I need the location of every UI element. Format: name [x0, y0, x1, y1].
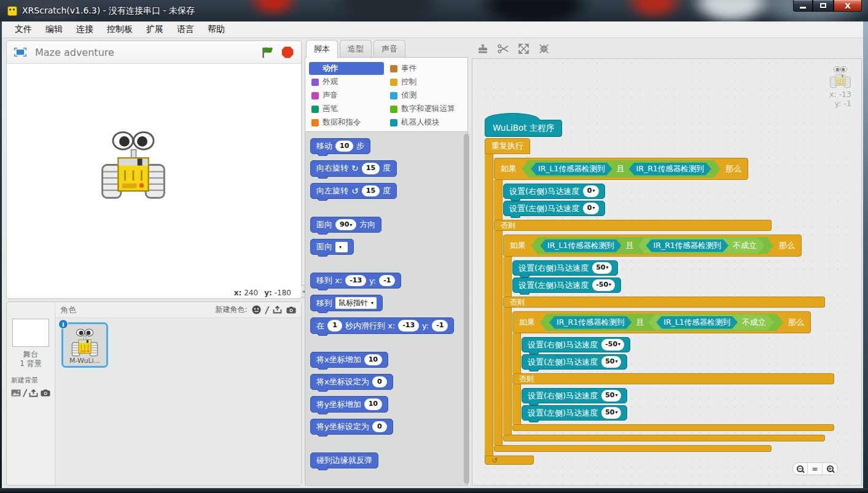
not-operator[interactable]: IR_R1传感器检测到 不成立: [638, 238, 765, 254]
category-sensing[interactable]: 侦测: [388, 89, 464, 102]
if-else-block-2[interactable]: 如果 IR_L1传感器检测到 且 IR_R1传感器检测到 不成立: [503, 235, 834, 441]
category-data[interactable]: 数据和指令: [309, 116, 384, 129]
if-header-2[interactable]: 如果 IR_L1传感器检测到 且 IR_R1传感器检测到 不成立: [503, 235, 802, 257]
block-change-x[interactable]: 将x坐标增加 10: [310, 352, 388, 368]
menu-language[interactable]: 语言: [170, 22, 201, 37]
if-header-3[interactable]: 如果 IR_R1传感器检测到 且 IR_L1传感器检测到 不成立: [512, 311, 811, 333]
tab-costumes[interactable]: 造型: [340, 40, 372, 57]
presentation-mode-icon[interactable]: [14, 46, 26, 58]
zoom-reset-button[interactable]: =: [808, 463, 823, 475]
block-goto-mouse[interactable]: 移到 鼠标指针▾: [310, 295, 383, 311]
upload-sprite-icon[interactable]: [273, 306, 282, 314]
menu-edit[interactable]: 编辑: [39, 22, 69, 37]
block-glide[interactable]: 在 1 秒内滑行到 x: -13 y: -1: [310, 317, 454, 333]
goto-target-dropdown[interactable]: 鼠标指针▾: [335, 297, 377, 309]
sprite-from-library-icon[interactable]: [252, 305, 261, 314]
block-point-towards[interactable]: 面向 ▾: [310, 239, 354, 255]
y-input[interactable]: -1: [379, 275, 395, 286]
delta-input[interactable]: 10: [364, 354, 382, 365]
block-point-direction[interactable]: 面向 90▾ 方向: [310, 217, 381, 233]
block-goto-xy[interactable]: 移到 x: -13 y: -1: [310, 273, 401, 289]
forever-header[interactable]: 重复执行: [485, 138, 530, 154]
tab-sounds[interactable]: 声音: [373, 40, 405, 57]
value-input[interactable]: 0: [372, 376, 387, 387]
sensor-reporter-r1[interactable]: IR_R1传感器检测到: [646, 239, 729, 252]
shrink-sprite-icon[interactable]: [538, 42, 550, 55]
paint-sprite-icon[interactable]: /: [264, 305, 269, 316]
paint-backdrop-icon[interactable]: /: [23, 387, 28, 398]
stage-sprite-robot[interactable]: [99, 128, 168, 204]
else-bar-2[interactable]: 否则: [503, 297, 825, 308]
x-input[interactable]: -13: [345, 275, 366, 286]
block-set-x[interactable]: 将x坐标设定为 0: [310, 374, 393, 390]
sensor-reporter-l1[interactable]: IR_L1传感器检测到: [540, 239, 622, 252]
sprite-card-wulibot[interactable]: i M-WuLi...: [61, 322, 108, 368]
not-operator[interactable]: IR_L1传感器检测到 不成立: [648, 314, 774, 330]
set-left-motor-block[interactable]: 设置(左侧)马达速度 50▾: [522, 405, 627, 421]
forever-block[interactable]: 重复执行 如果 IR_L1传感器检测到 且 IR_R1传感器检测到: [485, 138, 834, 465]
delta-input[interactable]: 10: [364, 398, 382, 410]
stage-thumbnail[interactable]: [12, 319, 49, 347]
seconds-input[interactable]: 1: [327, 320, 342, 331]
set-right-motor-block[interactable]: 设置(右侧)马达速度 50▾: [512, 260, 618, 276]
grow-sprite-icon[interactable]: [517, 42, 530, 55]
value-input[interactable]: 0: [372, 421, 387, 432]
if-else-block-3[interactable]: 如果 IR_R1传感器检测到 且 IR_L1传感器检测到 不成立: [512, 311, 834, 431]
set-left-motor-block[interactable]: 设置(左侧)马达速度 50▾: [522, 354, 627, 370]
speed-dropdown[interactable]: -50▾: [592, 279, 615, 290]
degrees-input[interactable]: 15: [362, 163, 380, 174]
camera-backdrop-icon[interactable]: [41, 389, 50, 397]
set-right-motor-block[interactable]: 设置(右侧)马达速度 0▾: [503, 184, 605, 199]
sensor-reporter-r1[interactable]: IR_R1传感器检测到: [549, 316, 631, 329]
menu-extensions[interactable]: 扩展: [139, 22, 170, 37]
stop-button[interactable]: [281, 46, 294, 58]
menu-connect[interactable]: 连接: [69, 22, 100, 37]
category-operators[interactable]: 数字和逻辑运算: [388, 103, 464, 115]
block-set-y[interactable]: 将y坐标设定为 0: [310, 419, 393, 435]
block-turn-left[interactable]: 向左旋转 ↺ 15 度: [310, 183, 397, 199]
block-turn-right[interactable]: 向右旋转 ↻ 15 度: [310, 160, 397, 176]
category-control[interactable]: 控制: [388, 76, 464, 88]
direction-dropdown[interactable]: 90▾: [335, 219, 356, 230]
zoom-out-button[interactable]: −: [793, 463, 808, 475]
set-right-motor-block[interactable]: 设置(右侧)马达速度 -50▾: [522, 337, 630, 352]
category-events[interactable]: 事件: [388, 62, 464, 75]
set-left-motor-block[interactable]: 设置(左侧)马达速度 0▾: [503, 201, 605, 216]
menu-file[interactable]: 文件: [8, 22, 39, 37]
speed-dropdown[interactable]: 0▾: [583, 203, 599, 214]
hat-block-wulibot-main[interactable]: WuLiBot 主程序: [485, 120, 562, 137]
palette-scrollbar[interactable]: [464, 134, 469, 484]
speed-dropdown[interactable]: -50▾: [601, 339, 624, 350]
else-bar-3[interactable]: 否则: [512, 373, 834, 384]
sensor-reporter-l1[interactable]: IR_L1传感器检测到: [531, 163, 612, 176]
block-bounce-on-edge[interactable]: 碰到边缘就反弹: [310, 452, 378, 468]
category-looks[interactable]: 外观: [309, 76, 384, 88]
camera-sprite-icon[interactable]: [286, 306, 296, 314]
menu-help[interactable]: 帮助: [201, 22, 232, 37]
green-flag-button[interactable]: [262, 46, 274, 58]
duplicate-stamp-icon[interactable]: [477, 42, 489, 55]
speed-dropdown[interactable]: 50▾: [592, 262, 612, 273]
towards-dropdown[interactable]: ▾: [335, 242, 348, 252]
sensor-reporter-r1[interactable]: IR_R1传感器检测到: [629, 163, 711, 176]
script-canvas[interactable]: x: -13 y: -1 WuLiBot 主程序 重复执行 如果 IR_L1传感…: [472, 58, 862, 486]
if-header-1[interactable]: 如果 IR_L1传感器检测到 且 IR_R1传感器检测到 那么: [494, 158, 748, 180]
category-robot[interactable]: 机器人模块: [388, 116, 464, 129]
else-bar-1[interactable]: 否则: [494, 220, 772, 231]
upload-backdrop-icon[interactable]: [29, 389, 38, 397]
set-right-motor-block[interactable]: 设置(右侧)马达速度 50▾: [522, 388, 627, 403]
speed-dropdown[interactable]: 0▾: [583, 185, 599, 196]
tab-scripts[interactable]: 脚本: [306, 40, 338, 58]
category-pen[interactable]: 画笔: [309, 103, 384, 115]
and-operator-3[interactable]: IR_R1传感器检测到 且 IR_L1传感器检测到 不成立: [540, 314, 783, 331]
block-move-steps[interactable]: 移动 10 步: [310, 138, 370, 154]
degrees-input[interactable]: 15: [362, 185, 380, 196]
if-else-block-1[interactable]: 如果 IR_L1传感器检测到 且 IR_R1传感器检测到 那么: [494, 158, 834, 452]
zoom-in-button[interactable]: +: [823, 463, 837, 475]
speed-dropdown[interactable]: 50▾: [601, 356, 621, 367]
sensor-reporter-l1[interactable]: IR_L1传感器检测到: [656, 316, 738, 329]
close-button[interactable]: X: [834, 0, 862, 12]
set-left-motor-block[interactable]: 设置(左侧)马达速度 -50▾: [512, 278, 621, 293]
steps-input[interactable]: 10: [335, 141, 353, 152]
block-change-y[interactable]: 将y坐标增加 10: [310, 396, 388, 412]
